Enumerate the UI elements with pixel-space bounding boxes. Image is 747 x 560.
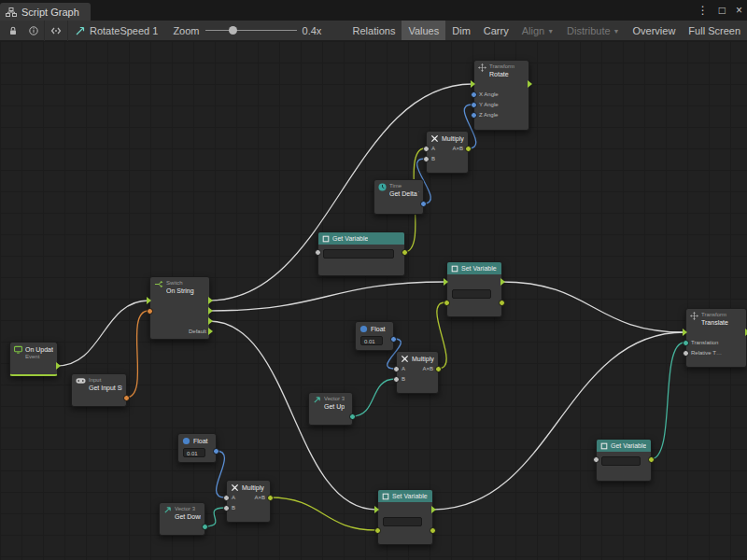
number-port-icon[interactable] <box>390 336 397 343</box>
node-getvar1[interactable]: Get Variable <box>317 231 405 276</box>
node-multiply3[interactable]: MultiplyABA×B <box>226 480 271 523</box>
node-setvar1[interactable]: Set Variable <box>446 261 502 317</box>
graph-canvas[interactable]: TransformRotateX AngleY AngleZ AngleMult… <box>0 41 747 560</box>
value-port-icon[interactable] <box>430 527 436 534</box>
toolbar-button-carry[interactable]: Carry <box>477 21 515 40</box>
node-value-field[interactable] <box>452 289 491 299</box>
node-title: Set Variable <box>461 264 497 273</box>
flow-port-icon[interactable] <box>56 362 61 370</box>
lock-icon[interactable] <box>3 21 23 40</box>
node-getvar2[interactable]: Get Variable <box>596 439 652 482</box>
clock-icon <box>378 183 387 191</box>
toolbar-button-relations[interactable]: Relations <box>346 21 402 40</box>
close-icon[interactable]: × <box>736 5 742 16</box>
flow-port-icon[interactable] <box>683 329 687 336</box>
tab-script-graph[interactable]: Script Graph <box>0 3 91 21</box>
port <box>471 80 475 88</box>
node-title: On Update <box>25 345 53 354</box>
number-port-icon[interactable] <box>213 448 219 455</box>
value-port-icon[interactable] <box>374 527 381 534</box>
vector-port-icon[interactable] <box>349 413 356 420</box>
port: X Angle <box>471 91 499 98</box>
flow-port-icon[interactable] <box>208 297 213 304</box>
node-title: Get Up <box>324 402 345 411</box>
object-port-icon[interactable] <box>223 505 230 511</box>
node-value-field[interactable] <box>383 517 422 526</box>
code-icon[interactable] <box>45 21 67 40</box>
vector3-icon <box>163 506 172 514</box>
port-label: Translation <box>691 340 718 345</box>
graph-reference[interactable]: RotateSpeed 1 <box>68 25 165 36</box>
value-port-icon[interactable] <box>402 249 408 256</box>
value-port-icon[interactable] <box>465 146 472 152</box>
flow-port-icon[interactable] <box>528 80 532 88</box>
vector-port-icon[interactable] <box>683 340 689 346</box>
flow-port-icon[interactable] <box>500 278 505 286</box>
flow-port-icon[interactable] <box>208 328 213 335</box>
node-value-field[interactable] <box>601 456 641 466</box>
node-title: Set Variable <box>392 492 428 500</box>
node-title: Translate <box>701 318 728 327</box>
zoom-slider-track <box>205 30 297 31</box>
toolbar-button-overview[interactable]: Overview <box>627 21 683 40</box>
number-port-icon[interactable] <box>471 112 477 119</box>
value-port-icon[interactable] <box>267 495 274 501</box>
string-port-icon[interactable] <box>123 395 130 401</box>
node-title: Multiply <box>412 355 434 363</box>
node-setvar2[interactable]: Set Variable <box>377 489 433 545</box>
port: Default <box>189 328 213 335</box>
flow-port-icon[interactable] <box>444 278 448 286</box>
object-port-icon[interactable] <box>683 350 689 357</box>
info-icon[interactable] <box>23 21 44 40</box>
value-port-icon[interactable] <box>648 456 655 463</box>
node-value-field[interactable]: 0.01 <box>183 448 205 457</box>
script-graph-icon <box>6 7 17 17</box>
transform-icon <box>478 63 486 72</box>
node-header: Multiply <box>427 132 468 143</box>
node-onupdate[interactable]: EventOn Update <box>9 342 58 376</box>
flow-port-icon[interactable] <box>471 80 475 88</box>
node-value-field[interactable]: 0.01 <box>360 336 383 345</box>
object-port-icon[interactable] <box>593 456 599 463</box>
flow-port-icon[interactable] <box>374 506 379 513</box>
vector-port-icon[interactable] <box>202 524 208 530</box>
node-v3down[interactable]: Vector 3Get Down <box>159 502 205 536</box>
object-port-icon[interactable] <box>423 146 430 152</box>
node-float1[interactable]: Float0.01 <box>355 321 394 351</box>
node-v3up[interactable]: Vector 3Get Up <box>308 392 353 426</box>
node-multiply2[interactable]: MultiplyABA×B <box>396 351 439 394</box>
flow-port-icon[interactable] <box>208 317 213 325</box>
node-multiply1[interactable]: MultiplyABA×B <box>426 131 469 174</box>
zoom-slider[interactable] <box>205 21 297 41</box>
value-port-icon[interactable] <box>435 366 442 372</box>
flow-port-icon[interactable] <box>208 307 213 315</box>
object-port-icon[interactable] <box>423 156 430 162</box>
number-port-icon[interactable] <box>471 102 477 108</box>
value-port-icon[interactable] <box>499 300 505 306</box>
node-float2[interactable]: Float0.01 <box>177 433 217 463</box>
toolbar-button-values[interactable]: Values <box>402 21 445 40</box>
object-port-icon[interactable] <box>393 366 400 372</box>
zoom-slider-thumb[interactable] <box>229 26 237 35</box>
number-port-icon[interactable] <box>471 91 477 98</box>
port <box>390 335 397 343</box>
node-translate[interactable]: TransformTranslateTranslationRelative T… <box>685 308 747 368</box>
port-label: A <box>402 366 405 371</box>
object-port-icon[interactable] <box>315 249 321 256</box>
node-switch[interactable]: SwitchOn StringDefault <box>149 276 210 340</box>
toolbar-button-dim[interactable]: Dim <box>445 21 477 40</box>
node-value-field[interactable] <box>323 249 394 259</box>
menu-icon[interactable]: ⋮ <box>698 5 709 16</box>
node-rotate[interactable]: TransformRotateX AngleY AngleZ Angle <box>473 60 529 131</box>
object-port-icon[interactable] <box>223 495 230 501</box>
flow-port-icon[interactable] <box>147 297 151 304</box>
number-port-icon[interactable] <box>420 201 427 207</box>
node-getinput[interactable]: InputGet Input Strin… <box>71 373 127 407</box>
toolbar-button-full-screen[interactable]: Full Screen <box>682 21 747 40</box>
value-port-icon[interactable] <box>444 300 450 306</box>
node-delta[interactable]: TimeGet Delta Time <box>374 179 424 215</box>
maximize-icon[interactable]: □ <box>719 5 726 16</box>
string-port-icon[interactable] <box>147 308 153 315</box>
object-port-icon[interactable] <box>393 376 400 383</box>
flow-port-icon[interactable] <box>431 506 436 513</box>
